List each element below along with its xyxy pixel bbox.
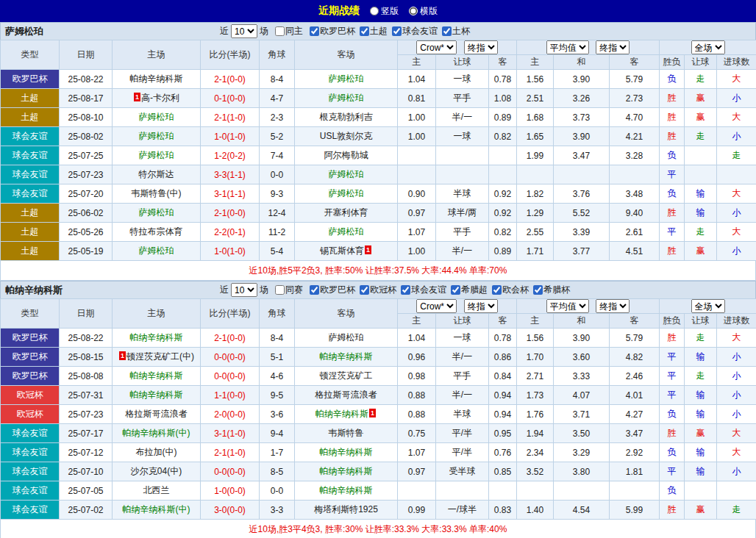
competition-filter[interactable]: 欧会杯 [492,284,529,296]
result-handicap: 走 [685,367,717,386]
avg-away-odds: 4.21 [610,127,660,146]
away-team: 帕纳辛纳科斯 [295,348,398,367]
team-name: 开塞利体育 [324,207,368,218]
avg-away-odds: 2.73 [610,89,660,108]
scope-select[interactable]: 全场 [691,40,725,54]
odds-home: 1.07 [398,223,436,242]
result-goals: 大 [717,424,756,443]
same-competition-checkbox[interactable] [275,285,285,295]
corner-score: 2-3 [260,108,295,127]
recent-count-select[interactable]: 10 [231,24,257,38]
competition-checkbox[interactable] [310,285,319,295]
competition-filter[interactable]: 欧罗巴杯 [310,25,355,37]
average-select[interactable]: 平均值 [546,40,589,54]
result-outcome: 平 [660,348,685,367]
competition-filter[interactable]: 欧罗巴杯 [310,284,355,296]
scope-select[interactable]: 全场 [691,299,725,313]
col-header-home: 主场 [113,40,201,70]
odds-home: 0.88 [398,386,436,405]
competition-label: 球会友谊 [402,25,438,37]
corner-score: 5-4 [260,242,295,261]
competition-checkbox[interactable] [360,26,369,36]
odds-home: 1.00 [398,242,436,261]
home-team: 萨姆松珀 [113,146,201,165]
result-handicap: 输 [685,348,717,367]
competition-filter[interactable]: 球会友谊 [392,25,438,37]
odds-home [398,146,436,165]
team-name: 帕纳辛纳科斯 [130,370,183,381]
average-stage-select[interactable]: 终指 [596,299,630,313]
odds-handicap [436,165,489,184]
competition-checkbox[interactable] [533,285,543,295]
odds-away: 0.85 [489,462,517,481]
home-team: 萨姆松珀 [113,127,201,146]
bookmaker-stage-select[interactable]: 终指 [464,299,498,313]
scope-group-header: 全场 [660,40,756,55]
competition-checkbox[interactable] [392,26,402,36]
page-title: 近期战绩 [318,4,360,18]
corner-score: 9-3 [260,184,295,204]
average-select[interactable]: 平均值 [546,299,589,313]
score: 2-1(1-0) [201,108,260,127]
avg-away-odds: 5.79 [610,329,660,348]
result-goals: 大 [717,108,756,127]
average-stage-select[interactable]: 终指 [596,40,630,54]
competition-checkbox[interactable] [492,285,502,295]
odds-away [489,165,517,184]
matches-table: 类型 日期 主场 比分(半场) 角球 客场 Crow* 终指 平均值 终指 全场 [0,40,756,261]
odds-away: 1.08 [489,89,517,108]
avg-draw-odds: 3.80 [554,462,610,481]
match-row: 欧罗巴杯25-08-151顿涅茨克矿工(中)0-0(0-0)5-1帕纳辛纳科斯0… [1,348,756,367]
recent-count-select[interactable]: 10 [231,283,257,297]
vertical-radio[interactable] [370,7,379,15]
competition-filters: 欧罗巴杯土超球会友谊土杯 [305,25,470,38]
home-team: 特尔斯达 [113,165,201,184]
bookmaker-select[interactable]: Crow* [416,299,457,313]
competition-checkbox[interactable] [442,26,452,36]
red-card-badge: 1 [134,93,140,101]
competition-checkbox[interactable] [401,285,410,295]
odds-handicap: 半/一 [436,108,489,127]
bookmaker-select[interactable]: Crow* [416,40,457,54]
avg-away-odds: 3.47 [610,424,660,443]
same-competition-filter[interactable]: 同赛 [275,284,303,296]
corner-score: 5-1 [260,348,295,367]
competition-filter[interactable]: 球会友谊 [401,284,446,296]
same-venue-filter[interactable]: 同主 [275,25,303,37]
competition-badge: 球会友谊 [1,481,60,501]
layout-option-vertical[interactable]: 竖版 [370,5,399,18]
result-outcome: 负 [660,443,685,462]
away-team: 帕纳辛纳科斯 [295,443,398,462]
competition-filter[interactable]: 欧冠杯 [360,284,396,296]
competition-badge: 球会友谊 [1,462,60,481]
competition-filter[interactable]: 希腊杯 [533,284,570,296]
competition-filter[interactable]: 希腊超 [451,284,488,296]
col-odds-home: 主 [398,55,436,70]
competition-checkbox[interactable] [310,26,319,36]
competition-badge: 欧罗巴杯 [1,329,60,348]
avg-draw-odds [554,165,610,184]
odds-handicap: 球半/两 [436,204,489,223]
competition-checkbox[interactable] [451,285,460,295]
match-date: 25-07-12 [60,443,113,462]
horizontal-radio[interactable] [409,7,418,15]
score: 2-2(0-1) [201,223,260,242]
competition-filter[interactable]: 土超 [360,25,388,37]
corner-score: 0-0 [260,165,295,184]
competition-filter[interactable]: 土杯 [442,25,470,37]
layout-option-horizontal[interactable]: 横版 [409,5,438,18]
avg-away-odds: 3.48 [610,184,660,204]
result-outcome: 负 [660,405,685,424]
same-venue-checkbox[interactable] [275,26,285,36]
away-team: USL敦刻尔克 [295,127,398,146]
team-title: 萨姆松珀 [5,25,220,38]
competition-badge: 欧冠杯 [1,386,60,405]
competition-filters: 欧罗巴杯欧冠杯球会友谊希腊超欧会杯希腊杯 [305,284,570,297]
avg-draw-odds: 3.39 [554,223,610,242]
team-name: 帕纳辛纳科斯 [320,466,373,476]
score: 0-0(0-0) [201,348,260,367]
avg-home-odds: 1.56 [517,329,554,348]
avg-draw-odds: 3.90 [554,127,610,146]
bookmaker-stage-select[interactable]: 终指 [464,40,498,54]
competition-checkbox[interactable] [360,285,369,295]
